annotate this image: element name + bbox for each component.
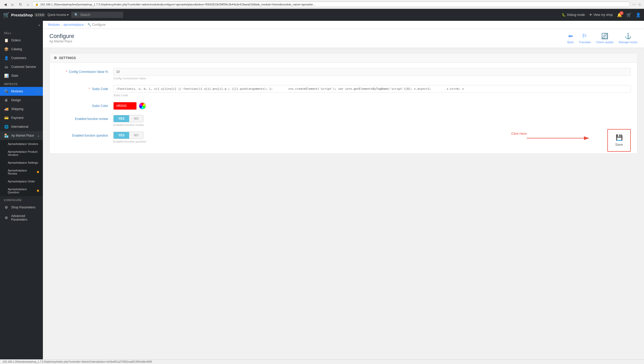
user-menu-button[interactable]: 👤	[636, 12, 641, 17]
function-question-toggle: YES NO	[113, 132, 143, 139]
save-icon: 💾	[616, 134, 623, 141]
home-button[interactable]: ⌂	[25, 2, 30, 7]
sidebar-item-label: Apmarketplace Question	[8, 188, 34, 194]
stats-icon: 📊	[4, 74, 9, 78]
page-layout: « SELL 📋 Orders 📦 Catalog 👤 Customers 🗂 …	[0, 21, 644, 359]
settings-card-header: ⚙ SETTINGS	[50, 53, 637, 63]
breadcrumb-modules[interactable]: Modules	[48, 23, 60, 27]
question-yes-button[interactable]: YES	[114, 132, 129, 139]
page-subtitle: Ap Market Place	[49, 40, 74, 43]
commission-control: Config Commission Value	[113, 68, 631, 80]
search-input[interactable]	[80, 13, 119, 17]
sidebar-item-modules[interactable]: 🔌 Modules ▾	[0, 87, 43, 96]
annotation-container: Click Here	[511, 129, 631, 155]
notifications-button[interactable]: 🔔 2	[617, 12, 622, 17]
sidebar-item-customers[interactable]: 👤 Customers	[0, 54, 43, 62]
chevron-down-icon: ▾	[38, 90, 39, 93]
forward-button[interactable]: ▶	[10, 2, 16, 7]
sidebar-item-orders[interactable]: 📋 Orders	[0, 36, 43, 45]
brand-logo: 🛒 PrestaShop 1.7.5.0	[3, 12, 45, 18]
color-input[interactable]	[113, 102, 137, 110]
sidebar-item-vendors[interactable]: Apmarketplace Vendors	[0, 140, 43, 148]
sidebar-item-international[interactable]: 🌐 International	[0, 122, 43, 131]
chevron-down-icon: ▾	[67, 13, 69, 17]
url-text: 192.168.1.26/prestashop/test/prestashop_…	[40, 3, 627, 6]
sidebar-toggle[interactable]: «	[0, 21, 43, 29]
manage-hooks-button[interactable]: ⚓ Manage hooks	[619, 33, 638, 44]
apmarketplace-submenu: Apmarketplace Vendors Apmarketplace Prod…	[0, 140, 43, 196]
sidebar-item-customer-service[interactable]: 🗂 Customer Service	[0, 62, 43, 71]
sidebar-item-catalog[interactable]: 📦 Catalog	[0, 45, 43, 54]
sidebar-item-question[interactable]: Apmarketplace Question	[0, 185, 43, 196]
color-picker-button[interactable]	[139, 102, 146, 110]
browser-actions: ⋯ ☆	[632, 2, 641, 7]
subiz-color-label: Subiz Color	[56, 102, 108, 108]
chevron-up-icon: ▴	[38, 134, 39, 137]
function-question-row: Enabled function question YES NO Enabled…	[56, 132, 631, 143]
sidebar-item-design[interactable]: 🖥 Design	[0, 96, 43, 105]
sidebar-item-apmarketplace-settings[interactable]: Apmarketplace Settings	[0, 159, 43, 167]
back-button[interactable]: ⬅ Back	[567, 33, 574, 44]
sidebar-item-payment[interactable]: 💳 Payment	[0, 113, 43, 122]
sidebar-item-stats[interactable]: 📊 Stats	[0, 71, 43, 80]
improve-section-label: IMPROVE	[0, 80, 43, 87]
settings-card-body: * Config Commission Value % Config Commi…	[50, 63, 637, 154]
cart-icon: 🛒	[626, 13, 632, 17]
subiz-code-input[interactable]	[113, 85, 631, 93]
debug-mode-toggle[interactable]: 🐛 Debug mode	[562, 13, 585, 17]
subiz-code-control: Subiz Code	[113, 85, 631, 97]
payment-icon: 💳	[4, 116, 9, 120]
flag-icon: 🏳	[582, 33, 588, 40]
breadcrumb-apmarketplace[interactable]: apmarketplace	[63, 23, 84, 27]
quick-access-menu[interactable]: Quick Access ▾	[48, 13, 69, 17]
commission-input[interactable]	[113, 68, 631, 76]
url-bar[interactable]: 🔒 192.168.1.26/prestashop/test/prestasho…	[32, 2, 630, 7]
function-question-label: Enabled function question	[56, 132, 108, 137]
function-review-control: YES NO Enabled function review	[113, 115, 631, 126]
color-input-wrapper	[113, 102, 631, 110]
sidebar-item-product-vendors[interactable]: Apmarketplace Product Vendors	[0, 148, 43, 159]
sidebar-item-apmarketplace[interactable]: 🏪 Ap Market Place ▴	[0, 131, 43, 140]
review-yes-button[interactable]: YES	[114, 115, 129, 122]
review-no-button[interactable]: NO	[129, 115, 143, 122]
save-button[interactable]: 💾 Save	[607, 129, 631, 152]
extensions-icon: ⋯	[632, 2, 636, 7]
cart-button[interactable]: 🛒	[626, 12, 632, 17]
page-actions: ⬅ Back 🏳 Translate 🔄 Check update ⚓ Mana…	[567, 33, 638, 44]
question-no-button[interactable]: NO	[129, 132, 143, 139]
customers-icon: 👤	[4, 56, 9, 60]
back-button[interactable]: ◀	[3, 2, 8, 7]
shipping-icon: 🚚	[4, 107, 9, 111]
commission-label: * Config Commission Value %	[56, 68, 108, 74]
sidebar-item-label: Apmarketplace Settings	[8, 161, 39, 164]
customer-service-icon: 🗂	[4, 65, 9, 69]
design-icon: 🖥	[4, 98, 9, 102]
question-badge	[37, 190, 39, 192]
sidebar-item-shop-parameters[interactable]: ⚙ Shop Parameters	[0, 203, 43, 212]
wrench-icon: 🔧	[87, 23, 91, 27]
navbar-actions: 🐛 Debug mode 👁 View my shop 🔔 2 🛒 👤	[562, 12, 641, 17]
sell-section-label: SELL	[0, 29, 43, 36]
prestashop-icon: 🛒	[3, 12, 10, 18]
sidebar-item-label: Apmarketplace Vendors	[8, 142, 39, 145]
bookmark-icon: ☆	[638, 2, 641, 7]
back-icon: ⬅	[568, 33, 573, 40]
page-title: Configure	[49, 33, 74, 40]
function-review-label: Enabled function review	[56, 115, 108, 121]
check-update-button[interactable]: 🔄 Check update	[596, 33, 614, 44]
sidebar-item-aporder[interactable]: Apmarketplace Order	[0, 177, 43, 185]
settings-card: ⚙ SETTINGS * Config Commission Value % C…	[49, 53, 638, 154]
adv-params-icon: ⚙	[4, 216, 9, 220]
sidebar-item-label: Customer Service	[11, 65, 39, 69]
search-bar[interactable]: 🔍	[71, 12, 123, 18]
view-shop-link[interactable]: 👁 View my shop	[589, 13, 613, 17]
sidebar-item-shipping[interactable]: 🚚 Shipping	[0, 105, 43, 113]
translate-button[interactable]: 🏳 Translate	[579, 33, 590, 44]
sidebar-item-review[interactable]: Apmarketplace Review	[0, 167, 43, 177]
page-header: Configure Ap Market Place ⬅ Back 🏳 Trans…	[43, 29, 644, 48]
sidebar-item-label: Modules	[11, 90, 35, 93]
orders-icon: 📋	[4, 38, 9, 42]
sidebar-item-advanced-parameters[interactable]: ⚙ Advanced Parameters	[0, 212, 43, 224]
configure-section-label: CONFIGURE	[0, 196, 43, 203]
reload-button[interactable]: ↻	[18, 2, 23, 7]
